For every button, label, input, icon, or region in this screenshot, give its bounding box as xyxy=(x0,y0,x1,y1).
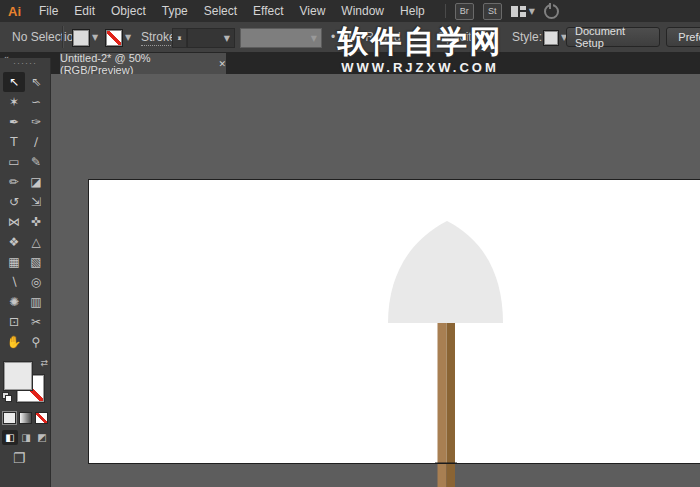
menu-help[interactable]: Help xyxy=(392,4,433,18)
opacity-label[interactable]: Opacity: xyxy=(437,30,481,44)
eyedropper-tool[interactable]: ∖ xyxy=(3,272,25,292)
tools-panel: ······ ↖⇖✶∽✒✑T∕▭✎✏◪↺⇲⋈✜❖△▦▧∖◎✺▥⊡✂✋⚲ ⇄ ◧◨… xyxy=(0,58,51,487)
tab-close-icon[interactable]: ✕ xyxy=(218,59,226,69)
menu-file[interactable]: File xyxy=(31,4,66,18)
workspace-icon xyxy=(511,6,526,17)
stroke-weight-dropdown[interactable]: ▼ xyxy=(187,28,235,48)
width-profile-dropdown: ▼ xyxy=(240,28,322,48)
width-tool[interactable]: ⋈ xyxy=(3,212,25,232)
direct-selection-tool[interactable]: ⇖ xyxy=(25,72,47,92)
illustrator-window: Ai FileEditObjectTypeSelectEffectViewWin… xyxy=(0,0,700,487)
default-fill-stroke-icon[interactable] xyxy=(2,392,12,402)
scale-tool[interactable]: ⇲ xyxy=(25,192,47,212)
opacity-panel-chevron[interactable]: › xyxy=(492,28,496,43)
menu-bar: Ai FileEditObjectTypeSelectEffectViewWin… xyxy=(0,0,700,23)
puppet-warp-tool[interactable]: ✜ xyxy=(25,212,47,232)
paintbrush-tool[interactable]: ✎ xyxy=(25,152,47,172)
app-logo: Ai xyxy=(8,4,21,19)
fill-color-swatch[interactable] xyxy=(72,29,90,47)
document-tab[interactable]: Untitled-2* @ 50% (RGB/Preview) ✕ xyxy=(60,53,226,74)
stock-button[interactable]: St xyxy=(483,3,502,20)
menu-effect[interactable]: Effect xyxy=(245,4,291,18)
pencil-tool[interactable]: ✏ xyxy=(3,172,25,192)
fill-chevron-icon[interactable]: ▼ xyxy=(92,33,98,42)
divider xyxy=(62,26,64,48)
document-tab-title: Untitled-2* @ 50% (RGB/Preview) xyxy=(60,52,208,76)
eraser-tool[interactable]: ◪ xyxy=(25,172,47,192)
line-segment-tool[interactable]: ∕ xyxy=(25,132,47,152)
blend-tool[interactable]: ◎ xyxy=(25,272,47,292)
type-tool[interactable]: T xyxy=(3,132,25,152)
panel-grip[interactable]: ······ xyxy=(0,58,50,68)
stroke-color-swatch[interactable] xyxy=(105,29,123,47)
cs-live-icon[interactable] xyxy=(544,4,559,19)
brush-definition-dropdown[interactable]: • 5 pt. Round xyxy=(331,30,401,44)
paint-type-buttons xyxy=(3,412,48,424)
swap-fill-stroke-icon[interactable]: ⇄ xyxy=(40,358,48,368)
draw-normal-mode[interactable]: ◧ xyxy=(2,430,18,445)
control-bar: No Selection ▼ ▼ Stroke: ▴▾ ▼ ▼ • 5 pt. … xyxy=(0,22,700,53)
stroke-chevron-icon[interactable]: ▼ xyxy=(125,33,131,42)
stroke-weight-stepper[interactable]: ▴▾ xyxy=(172,28,187,48)
document-setup-button[interactable]: Document Setup xyxy=(566,27,660,47)
hand-tool[interactable]: ✋ xyxy=(3,332,25,352)
screen-mode-icon[interactable]: ❐ xyxy=(13,450,26,466)
column-graph-tool[interactable]: ▥ xyxy=(25,292,47,312)
shape-builder-tool[interactable]: ❖ xyxy=(3,232,25,252)
selection-status: No Selection xyxy=(12,30,80,44)
none-button[interactable] xyxy=(35,412,48,424)
draw-inside-mode[interactable]: ◩ xyxy=(34,430,50,445)
curvature-tool[interactable]: ✑ xyxy=(25,112,47,132)
style-label: Style: xyxy=(512,30,542,44)
mesh-tool[interactable]: ▦ xyxy=(3,252,25,272)
draw-behind-mode[interactable]: ◨ xyxy=(18,430,34,445)
rotate-tool[interactable]: ↺ xyxy=(3,192,25,212)
menu-separator xyxy=(445,4,446,18)
menu-select[interactable]: Select xyxy=(196,4,245,18)
style-swatch[interactable] xyxy=(543,30,559,46)
workspace-switcher[interactable]: ▼ xyxy=(511,6,535,17)
bridge-button[interactable]: Br xyxy=(455,3,474,20)
magic-wand-tool[interactable]: ✶ xyxy=(3,92,25,112)
menu-edit[interactable]: Edit xyxy=(66,4,103,18)
color-button[interactable] xyxy=(3,412,16,424)
slice-tool[interactable]: ✂ xyxy=(25,312,47,332)
artboard[interactable] xyxy=(88,179,700,464)
menu-items: FileEditObjectTypeSelectEffectViewWindow… xyxy=(31,4,433,18)
chevron-down-icon: ▼ xyxy=(529,7,535,16)
zoom-tool[interactable]: ⚲ xyxy=(25,332,47,352)
menu-type[interactable]: Type xyxy=(154,4,196,18)
menu-window[interactable]: Window xyxy=(333,4,392,18)
tab-bar: « Untitled-2* @ 50% (RGB/Preview) ✕ xyxy=(0,52,700,74)
artboard-tool[interactable]: ⊡ xyxy=(3,312,25,332)
menu-object[interactable]: Object xyxy=(103,4,154,18)
gradient-tool[interactable]: ▧ xyxy=(25,252,47,272)
pasteboard[interactable] xyxy=(50,74,700,487)
fill-stroke-indicator: ⇄ xyxy=(2,358,48,408)
gradient-button[interactable] xyxy=(19,412,32,424)
rectangle-tool[interactable]: ▭ xyxy=(3,152,25,172)
menu-bar-right: Br St ▼ xyxy=(445,3,559,20)
symbol-sprayer-tool[interactable]: ✺ xyxy=(3,292,25,312)
preferences-button[interactable]: Preferences xyxy=(666,27,700,47)
fill-swatch[interactable] xyxy=(4,362,32,390)
drawing-modes: ◧◨◩ xyxy=(2,430,50,445)
perspective-grid-tool[interactable]: △ xyxy=(25,232,47,252)
pen-tool[interactable]: ✒ xyxy=(3,112,25,132)
menu-view[interactable]: View xyxy=(292,4,334,18)
tools-grid: ↖⇖✶∽✒✑T∕▭✎✏◪↺⇲⋈✜❖△▦▧∖◎✺▥⊡✂✋⚲ xyxy=(3,72,47,352)
lasso-tool[interactable]: ∽ xyxy=(25,92,47,112)
selection-tool[interactable]: ↖ xyxy=(3,72,25,92)
